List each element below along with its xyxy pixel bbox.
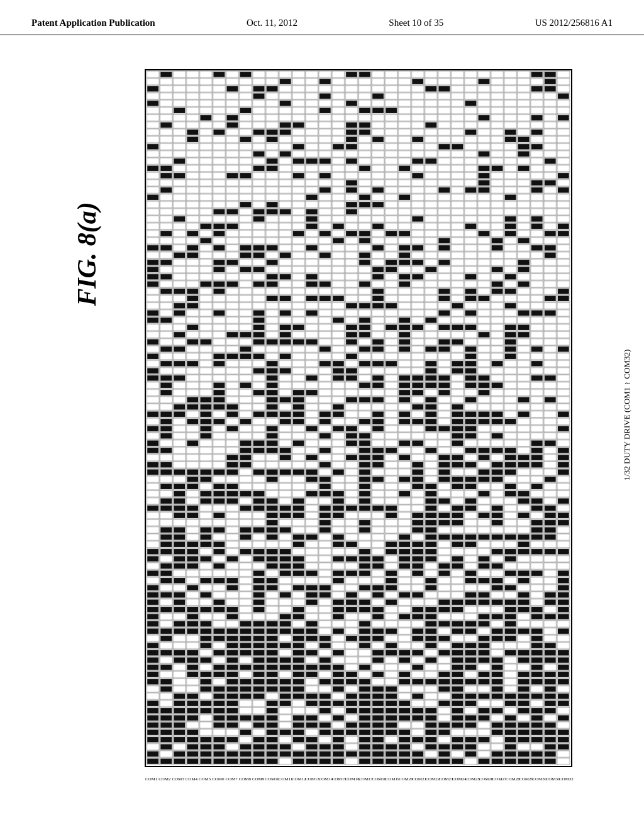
axis-label-com20: COM20 xyxy=(399,777,412,782)
axis-label-com16: COM16 xyxy=(345,777,358,782)
axis-label-com30: COM30 xyxy=(532,777,545,782)
axis-label-com17: COM17 xyxy=(358,777,372,782)
axis-label-com10: COM10 xyxy=(265,777,278,782)
axis-label-com19: COM19 xyxy=(386,777,399,782)
axis-label-com21: COM21 xyxy=(412,777,425,782)
axis-label-com11: COM11 xyxy=(279,777,292,782)
axis-label-com4: COM4 xyxy=(185,777,198,782)
axis-label-com15: COM15 xyxy=(332,777,345,782)
duty-drive-chart xyxy=(145,69,572,767)
axis-label-com28: COM28 xyxy=(506,777,519,782)
axis-label-com22: COM22 xyxy=(425,777,438,782)
date-label: Oct. 11, 2012 xyxy=(247,18,297,28)
axis-label-com24: COM24 xyxy=(452,777,465,782)
axis-label-com12: COM12 xyxy=(292,777,305,782)
axis-label-com14: COM14 xyxy=(318,777,331,782)
axis-label-com32: COM32 xyxy=(559,777,572,782)
sheet-label: Sheet 10 of 35 xyxy=(389,18,443,28)
axis-label-com8: COM8 xyxy=(238,777,252,782)
axis-label-com29: COM29 xyxy=(519,777,532,782)
axis-label-com23: COM23 xyxy=(439,777,452,782)
x-axis-labels: COM1COM2COM3COM4COM5COM6COM7COM8COM9COM1… xyxy=(145,777,572,782)
axis-label-com7: COM7 xyxy=(225,777,238,782)
axis-label-com9: COM9 xyxy=(252,777,265,782)
axis-label-com26: COM26 xyxy=(479,777,492,782)
patent-number: US 2012/256816 A1 xyxy=(535,18,613,28)
axis-label-com6: COM6 xyxy=(211,777,225,782)
axis-label-com1: COM1 xyxy=(145,777,158,782)
axis-label-com31: COM31 xyxy=(546,777,559,782)
publication-label: Patent Application Publication xyxy=(31,18,155,28)
axis-label-com18: COM18 xyxy=(372,777,385,782)
axis-label-com3: COM3 xyxy=(172,777,185,782)
figure-label: FIG. 8(a) xyxy=(72,202,102,306)
right-axis-label: 1/32 DUTY DRIVE (COM1～COM32) xyxy=(621,350,633,481)
axis-label-com13: COM13 xyxy=(305,777,318,782)
axis-label-com2: COM2 xyxy=(158,777,171,782)
axis-label-com27: COM27 xyxy=(492,777,506,782)
axis-label-com5: COM5 xyxy=(198,777,211,782)
axis-label-com25: COM25 xyxy=(465,777,479,782)
page-header: Patent Application Publication Oct. 11, … xyxy=(0,0,644,35)
